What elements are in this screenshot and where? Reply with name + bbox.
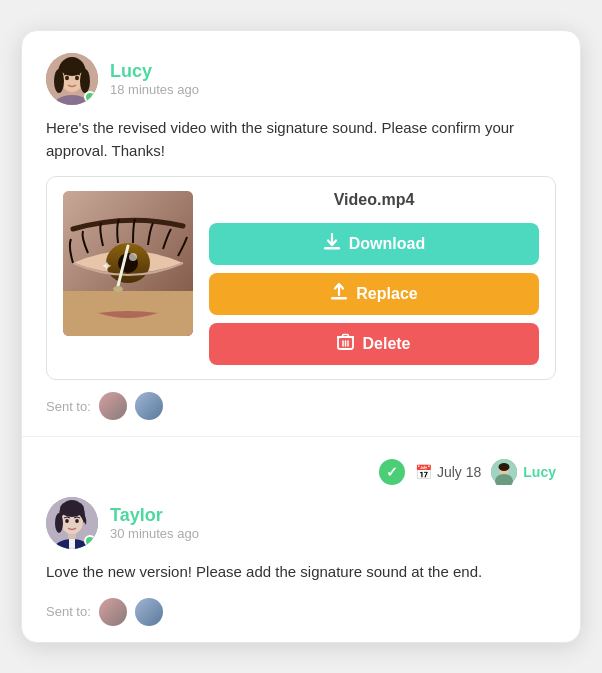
delete-icon — [337, 333, 354, 355]
meta-date-text: July 18 — [437, 464, 481, 480]
meta-user-name: Lucy — [523, 464, 556, 480]
replace-button[interactable]: Replace — [209, 273, 539, 315]
svg-point-36 — [65, 519, 69, 523]
sent-to-label-lucy: Sent to: — [46, 399, 91, 414]
sent-to-avatar-4 — [135, 598, 163, 626]
svg-point-17 — [113, 286, 123, 292]
meta-user-avatar — [491, 459, 517, 485]
chat-card: Lucy 18 minutes ago Here's the revised v… — [21, 30, 581, 643]
svg-point-6 — [80, 69, 90, 93]
svg-point-35 — [55, 513, 63, 533]
replace-icon — [330, 283, 348, 305]
meta-user: Lucy — [491, 459, 556, 485]
svg-rect-18 — [324, 247, 340, 250]
username-taylor: Taylor — [110, 505, 199, 526]
calendar-icon: 📅 — [415, 464, 432, 480]
avatar-taylor — [46, 497, 98, 549]
user-info-taylor: Taylor 30 minutes ago — [110, 505, 199, 541]
file-name: Video.mp4 — [209, 191, 539, 209]
meta-date: 📅 July 18 — [415, 464, 481, 480]
message-text-lucy: Here's the revised video with the signat… — [46, 117, 556, 162]
svg-point-8 — [75, 76, 79, 80]
file-actions: Video.mp4 Download — [209, 191, 539, 365]
check-icon: ✓ — [379, 459, 405, 485]
sent-to-avatar-2 — [135, 392, 163, 420]
download-icon — [323, 233, 341, 255]
download-label: Download — [349, 235, 425, 253]
svg-rect-39 — [69, 539, 75, 549]
user-row-taylor: Taylor 30 minutes ago — [46, 497, 556, 549]
sent-to-row-lucy: Sent to: — [46, 392, 556, 420]
svg-point-13 — [129, 253, 137, 261]
message-block-taylor: ✓ 📅 July 18 Lucy — [22, 437, 580, 642]
online-indicator-taylor — [84, 535, 96, 547]
svg-text:✦: ✦ — [101, 258, 113, 274]
meta-row: ✓ 📅 July 18 Lucy — [46, 459, 556, 485]
file-card: ✦ Video.mp4 — [46, 176, 556, 380]
replace-label: Replace — [356, 285, 417, 303]
avatar-lucy — [46, 53, 98, 105]
delete-button[interactable]: Delete — [209, 323, 539, 365]
delete-label: Delete — [362, 335, 410, 353]
username-lucy: Lucy — [110, 61, 199, 82]
sent-to-avatar-1 — [99, 392, 127, 420]
sent-to-avatar-3 — [99, 598, 127, 626]
online-indicator-lucy — [84, 91, 96, 103]
svg-rect-22 — [343, 335, 349, 338]
timestamp-lucy: 18 minutes ago — [110, 82, 199, 97]
file-thumbnail: ✦ — [63, 191, 193, 336]
message-text-taylor: Love the new version! Please add the sig… — [46, 561, 556, 584]
user-row-lucy: Lucy 18 minutes ago — [46, 53, 556, 105]
svg-point-29 — [499, 463, 510, 471]
svg-rect-19 — [331, 297, 347, 300]
svg-point-5 — [54, 69, 64, 93]
svg-point-7 — [65, 76, 69, 80]
svg-point-37 — [75, 519, 79, 523]
sent-to-label-taylor: Sent to: — [46, 604, 91, 619]
download-button[interactable]: Download — [209, 223, 539, 265]
message-block-lucy: Lucy 18 minutes ago Here's the revised v… — [22, 31, 580, 437]
user-info-lucy: Lucy 18 minutes ago — [110, 61, 199, 97]
sent-to-row-taylor: Sent to: — [46, 598, 556, 626]
timestamp-taylor: 30 minutes ago — [110, 526, 199, 541]
svg-point-4 — [60, 58, 84, 76]
